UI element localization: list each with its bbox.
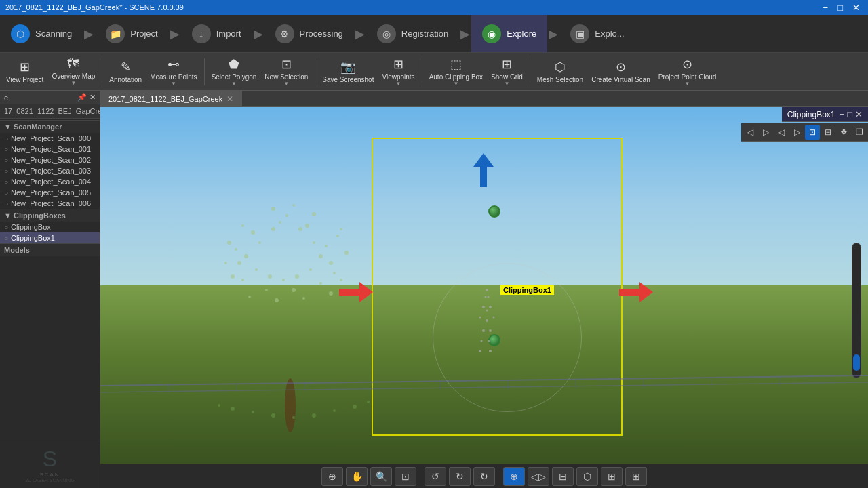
models-category[interactable]: Models [0, 243, 100, 256]
workflow-step-project[interactable]: 📁 Project [95, 15, 168, 52]
tr-icon-2[interactable]: ◁ [774, 125, 789, 140]
svg-point-26 [275, 298, 279, 302]
overview-map-dropdown[interactable]: ▼ [71, 80, 76, 86]
project-point-cloud-button[interactable]: ⊙ Project Point Cloud ▼ [655, 56, 720, 88]
scan-006-label: New_Project_Scan_006 [11, 199, 91, 207]
clipping-minimize-button[interactable]: − [840, 109, 845, 119]
maximize-button[interactable]: □ [835, 3, 846, 13]
scan-000-icon: ○ [4, 135, 8, 142]
svg-point-16 [292, 288, 296, 292]
cube-button[interactable]: ⬡ [576, 467, 598, 486]
tr-icon-6[interactable]: ❖ [836, 125, 851, 140]
workflow-step-processing[interactable]: ⚙ Processing [264, 15, 354, 52]
svg-point-33 [241, 224, 244, 227]
top-sphere-handle[interactable] [488, 205, 500, 218]
svg-point-45 [312, 413, 316, 418]
forward-button[interactable]: ↻ [473, 467, 495, 486]
target-button[interactable]: ⊞ [601, 467, 623, 486]
tree-item-clipping-box[interactable]: ○ ClippingBox [0, 222, 100, 232]
clipping-maximize-button[interactable]: □ [847, 109, 852, 119]
arrow-1: ▶ [84, 26, 94, 41]
svg-point-22 [279, 221, 281, 224]
window-controls[interactable]: − □ ✕ [821, 3, 863, 13]
scene-label: 17_0821_1122_BEJ_GapCreek [0, 104, 100, 119]
zoom-mode-button[interactable]: 🔍 [370, 467, 392, 486]
measure-dropdown[interactable]: ▼ [171, 81, 176, 87]
up-arrow-handle[interactable] [473, 153, 494, 187]
workflow-step-import[interactable]: ↓ Import [181, 15, 252, 52]
viewport[interactable]: ClippingBox1 ClippingBox1 [100, 107, 868, 464]
clip-mode-button[interactable]: ⊡ [395, 467, 416, 486]
cursor-mode-button[interactable]: ⊕ [321, 467, 343, 486]
tree-item-scan-001[interactable]: ○ New_Project_Scan_001 [0, 144, 100, 155]
auto-clipping-label: Auto Clipping Box [429, 73, 484, 81]
tr-icon-7[interactable]: ❐ [852, 125, 867, 140]
grid-button[interactable]: ⊞ [625, 467, 647, 486]
scan-manager-category[interactable]: ▼ ScanManager [0, 120, 100, 133]
tree-item-scan-000[interactable]: ○ New_Project_Scan_000 [0, 133, 100, 144]
select-polygon-dropdown[interactable]: ▼ [231, 81, 237, 87]
workflow-step-explore2[interactable]: ▣ Explo... [559, 15, 635, 52]
tree-item-scan-005[interactable]: ○ New_Project_Scan_005 [0, 187, 100, 198]
close-button[interactable]: ✕ [850, 3, 863, 13]
main-tab[interactable]: 2017_0821_1122_BEJ_GapCreek ✕ [100, 91, 242, 107]
overview-map-icon: 🗺 [67, 57, 79, 71]
clipping-title-controls[interactable]: − □ ✕ [840, 109, 863, 119]
select-polygon-button[interactable]: ⬟ Select Polygon ▼ [208, 56, 260, 88]
measure-points-button[interactable]: ⊷ Measure Points ▼ [146, 56, 200, 88]
viewpoints-dropdown[interactable]: ▼ [396, 81, 401, 87]
svg-point-37 [336, 235, 339, 237]
clipping-close-button[interactable]: ✕ [855, 109, 863, 119]
move-button[interactable]: ⊕ [503, 467, 525, 486]
minimize-button[interactable]: − [821, 3, 831, 13]
ppc-dropdown[interactable]: ▼ [685, 81, 690, 87]
tree-item-clipping-box1[interactable]: ○ ClippingBox1 [0, 232, 100, 243]
svg-point-29 [340, 279, 342, 281]
view-project-button[interactable]: ⊞ View Project [3, 56, 47, 88]
tr-icon-0[interactable]: ◁ [743, 125, 757, 140]
panel-close-button[interactable]: ✕ [90, 93, 96, 102]
scan-003-label: New_Project_Scan_003 [11, 167, 91, 175]
virtual-scan-icon: ⊙ [616, 60, 626, 75]
undo-button[interactable]: ↺ [425, 467, 446, 486]
svg-point-46 [333, 409, 336, 412]
tab-close-button[interactable]: ✕ [226, 94, 233, 104]
panel-controls[interactable]: 📌 ✕ [77, 93, 96, 102]
panel-pin-button[interactable]: 📌 [77, 93, 87, 102]
overview-map-button[interactable]: 🗺 Overview Map ▼ [48, 56, 98, 88]
mesh-selection-button[interactable]: ⬡ Mesh Selection [534, 56, 587, 88]
clip2-button[interactable]: ◁▷ [528, 467, 549, 486]
split-button[interactable]: ⊟ [552, 467, 574, 486]
tr-icon-4[interactable]: ⊡ [805, 125, 820, 140]
pan-mode-button[interactable]: ✋ [346, 467, 368, 486]
topright-icon-row: ◁ ▷ ◁ ▷ ⊡ ⊟ ❖ ❐ [741, 123, 868, 142]
auto-clipping-button[interactable]: ⬚ Auto Clipping Box ▼ [426, 56, 487, 88]
svg-point-61 [482, 329, 485, 332]
tree-item-scan-002[interactable]: ○ New_Project_Scan_002 [0, 155, 100, 165]
tree-item-scan-004[interactable]: ○ New_Project_Scan_004 [0, 176, 100, 187]
show-grid-button[interactable]: ⊞ Show Grid ▼ [488, 56, 526, 88]
show-grid-icon: ⊞ [502, 57, 512, 72]
create-virtual-scan-button[interactable]: ⊙ Create Virtual Scan [588, 56, 654, 88]
tr-icon-5[interactable]: ⊟ [821, 125, 835, 140]
right-arrow-handle[interactable] [619, 282, 653, 302]
tr-icon-1[interactable]: ▷ [758, 125, 773, 140]
new-selection-button[interactable]: ⊡ New Selection ▼ [261, 56, 311, 88]
viewpoints-button[interactable]: ⊞ Viewpoints ▼ [378, 56, 418, 88]
redo-button[interactable]: ↻ [449, 467, 471, 486]
tr-icon-3[interactable]: ▷ [789, 125, 804, 140]
save-screenshot-button[interactable]: 📷 Save Screenshot [319, 56, 377, 88]
workflow-step-scanning[interactable]: ⬡ Scanning [0, 15, 83, 52]
tree-item-scan-006[interactable]: ○ New_Project_Scan_006 [0, 198, 100, 209]
show-grid-dropdown[interactable]: ▼ [505, 81, 510, 87]
annotation-button[interactable]: ✎ Annotation [106, 56, 145, 88]
new-selection-dropdown[interactable]: ▼ [283, 81, 289, 87]
auto-clipping-dropdown[interactable]: ▼ [453, 81, 458, 87]
workflow-step-registration[interactable]: ◎ Registration [366, 15, 459, 52]
svg-point-1 [244, 254, 248, 258]
left-arrow-handle[interactable] [339, 282, 373, 302]
workflow-step-explore[interactable]: ◉ Explore [471, 15, 547, 52]
tree-item-scan-003[interactable]: ○ New_Project_Scan_003 [0, 165, 100, 176]
processing-label: Processing [300, 28, 343, 39]
clipping-boxes-category[interactable]: ▼ ClippingBoxes [0, 209, 100, 222]
